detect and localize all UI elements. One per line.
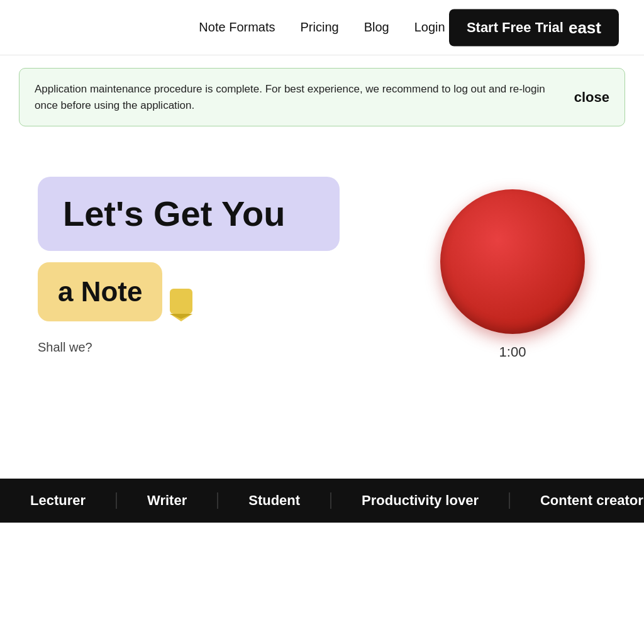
svg-rect-0 [170,289,192,314]
nav-links: Note Formats Pricing Blog Login [199,20,445,35]
ticker-item: Lecturer [0,492,117,509]
ticker-banner: LecturerWriterStudentProductivity loverC… [0,479,644,523]
alert-banner: Application maintenance procedure is com… [19,68,625,126]
hero-line2-wrap: a Note [38,262,390,321]
ticker-item: Productivity lover [331,492,510,509]
alert-close-button[interactable]: close [574,89,609,106]
nav-link-pricing[interactable]: Pricing [301,20,339,35]
timer-label: 1:00 [499,344,526,360]
hero-line1: Let's Get You [63,194,286,233]
nav-link-login[interactable]: Login [414,20,445,35]
ticker-item: Content creator [510,492,644,509]
cta-label: Start Free Trial [467,19,564,36]
nav-link-blog[interactable]: Blog [364,20,389,35]
nav-link-note-formats[interactable]: Note Formats [199,20,275,35]
hero-headline-badge: Let's Get You [38,177,340,251]
pencil-icon [167,289,195,321]
alert-message: Application maintenance procedure is com… [35,81,550,113]
hero-section: Let's Get You a Note Shall we? 1:00 [0,139,644,453]
svg-marker-2 [170,314,192,319]
hero-left: Let's Get You a Note Shall we? [38,177,390,355]
start-free-trial-button[interactable]: Start Free Trial east [449,9,619,46]
hero-line2-badge: a Note [38,262,162,321]
timer-section: 1:00 [440,177,585,360]
east-icon: east [569,18,601,37]
ticker-item: Student [218,492,331,509]
ticker-track: LecturerWriterStudentProductivity loverC… [0,492,644,509]
hero-line2: a Note [58,276,142,307]
ticker-item: Writer [117,492,218,509]
navbar: Note Formats Pricing Blog Login Start Fr… [0,0,644,55]
timer-circle [440,189,585,334]
hero-subtitle: Shall we? [38,340,390,355]
